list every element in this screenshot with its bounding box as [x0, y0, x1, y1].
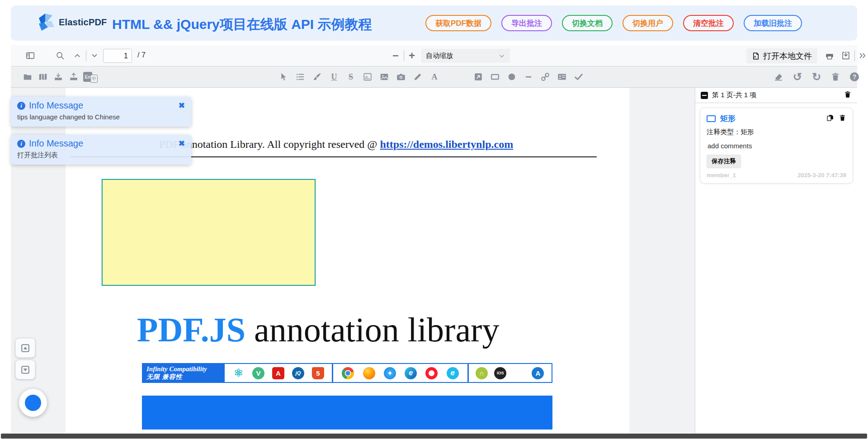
link-tool[interactable]: [538, 66, 552, 87]
rectangle-type-icon: [707, 115, 716, 122]
compatibility-banner: Infinity Compatibility 无限 兼容性 ⚛ V A jQ 5…: [142, 363, 552, 383]
copyright-link[interactable]: https://demos.libertynlp.com: [380, 138, 513, 150]
rectangle-icon: [490, 72, 500, 82]
annotation-list-tool[interactable]: [293, 66, 307, 87]
header-buttons: 获取PDF数据 导出批注 切换文档 切换用户 清空批注 加载旧批注: [425, 5, 802, 41]
eraser-tool[interactable]: [771, 66, 786, 87]
delete-all-button[interactable]: [844, 90, 852, 100]
page-number-input[interactable]: [103, 49, 132, 63]
save-annotation-button[interactable]: 保存注释: [707, 155, 741, 168]
zoom-level-select[interactable]: 自动缩放: [421, 49, 510, 63]
print-button[interactable]: [823, 45, 836, 66]
zoom-in-button[interactable]: +: [406, 45, 418, 66]
image-icon: [379, 72, 389, 82]
rectangle-annotation[interactable]: [102, 179, 316, 286]
thumbnail-view-tool[interactable]: [36, 66, 50, 87]
browser-logos: ✦ e e: [332, 364, 467, 382]
approve-tool[interactable]: [571, 66, 586, 87]
get-pdf-data-button[interactable]: 获取PDF数据: [425, 15, 491, 31]
annotation-panel: 第 1 页-共 1 项 矩形: [695, 88, 857, 433]
signature-tool[interactable]: [360, 66, 375, 87]
zoom-level-value: 自动缩放: [426, 52, 453, 60]
annotation-type-line: 注释类型：矩形: [707, 128, 846, 137]
pencil-tool[interactable]: [410, 66, 425, 87]
brush-icon: [312, 72, 322, 82]
cursor-icon: [278, 72, 288, 82]
close-icon[interactable]: ✖: [179, 139, 185, 148]
switch-user-button[interactable]: 切换用户: [623, 15, 673, 31]
download-button[interactable]: [839, 45, 853, 66]
download-pdf-tool[interactable]: [52, 66, 65, 87]
close-icon[interactable]: ✖: [179, 101, 185, 110]
delete-annotation-tool[interactable]: [828, 66, 843, 87]
trash-icon: [844, 90, 852, 99]
react-icon: ⚛: [232, 367, 245, 379]
text-tool[interactable]: A: [427, 66, 442, 87]
switch-document-button[interactable]: 切换文档: [562, 15, 613, 31]
underline-tool[interactable]: U: [327, 66, 341, 87]
ios-icon: iOS: [494, 367, 506, 379]
help-button[interactable]: ?: [847, 66, 862, 87]
rectangle-tool[interactable]: [488, 66, 502, 87]
record-fab-button[interactable]: [19, 389, 47, 417]
redo-button[interactable]: ↻: [809, 66, 824, 87]
trash-icon: [839, 114, 846, 122]
annotation-comment-input[interactable]: add comments: [707, 142, 846, 150]
annotation-timestamp: 2025-3-20 7:47:39: [797, 172, 846, 179]
line-icon: [524, 72, 533, 82]
more-tools-button[interactable]: [856, 45, 868, 66]
annotation-card[interactable]: 矩形 注释类型：矩形: [700, 108, 853, 184]
camera-icon: [396, 72, 406, 82]
annotation-toolbar: En 中 U S: [11, 66, 857, 88]
app-header: ElasticPDF HTML && jQuery项目在线版 API 示例教程 …: [11, 5, 857, 41]
previous-page-button[interactable]: [71, 45, 84, 66]
check-icon: [574, 72, 584, 82]
language-toggle-tool[interactable]: En 中: [81, 66, 99, 87]
signature-icon: [363, 72, 373, 82]
delete-annotation-button[interactable]: [839, 114, 846, 123]
toast-title: Info Message: [29, 138, 83, 149]
line-tool[interactable]: [521, 66, 536, 87]
pdf-file-icon: [752, 52, 760, 60]
form-field-tool[interactable]: [555, 66, 569, 87]
upload-pdf-tool[interactable]: [67, 66, 80, 87]
double-chevron-right-icon: [858, 51, 868, 61]
search-button[interactable]: [53, 45, 67, 66]
printer-icon: [825, 51, 835, 61]
map-icon: [38, 72, 48, 82]
translate-zh-label: 中: [90, 75, 98, 83]
clear-annotations-button[interactable]: 清空批注: [683, 15, 734, 31]
divider: [854, 50, 855, 61]
circle-tool[interactable]: [505, 66, 519, 87]
firefox-icon: [363, 367, 375, 379]
camera-tool[interactable]: [394, 66, 408, 87]
arrow-up-square-icon: [20, 343, 30, 353]
banner-label-en: Infinity Compatibility: [146, 365, 223, 373]
undo-button[interactable]: ↺: [790, 66, 805, 87]
copyright-text: PDF annotation Library. All copyright re…: [159, 138, 380, 150]
copy-annotation-button[interactable]: [826, 114, 834, 123]
launch-link-tool[interactable]: [471, 66, 486, 87]
divider: [404, 50, 404, 61]
select-tool[interactable]: [276, 66, 290, 87]
download-tray-icon: [53, 72, 63, 82]
export-annotations-button[interactable]: 导出批注: [501, 15, 552, 31]
load-old-annotations-button[interactable]: 加载旧批注: [744, 15, 802, 31]
next-page-button[interactable]: [88, 45, 101, 66]
sidebar-toggle-button[interactable]: [23, 45, 38, 66]
scroll-down-button[interactable]: [15, 360, 35, 379]
safari-icon: ✦: [384, 367, 396, 379]
highlight-brush-tool[interactable]: [310, 66, 324, 87]
scroll-up-button[interactable]: [15, 338, 35, 358]
open-file-tool[interactable]: [21, 66, 34, 87]
circle-icon: [507, 72, 517, 82]
copy-icon: [826, 114, 834, 122]
sidebar-toggle-icon: [25, 51, 35, 61]
image-tool[interactable]: [377, 66, 392, 87]
document-blue-bar: [142, 396, 552, 430]
open-local-file-button[interactable]: 打开本地文件: [746, 48, 817, 63]
zoom-out-button[interactable]: −: [390, 45, 401, 66]
opera-icon: [425, 367, 438, 379]
collapse-icon[interactable]: [701, 92, 708, 99]
strikethrough-tool[interactable]: S: [344, 66, 358, 87]
